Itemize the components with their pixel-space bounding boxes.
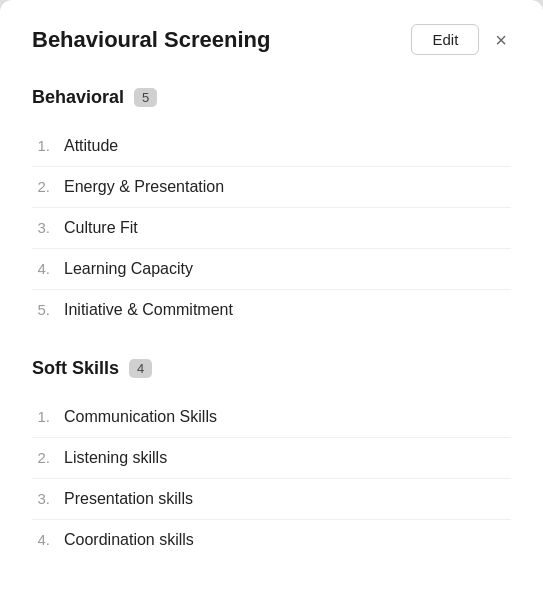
list-item: 3.Culture Fit <box>32 208 511 249</box>
list-item: 2.Energy & Presentation <box>32 167 511 208</box>
item-text: Initiative & Commitment <box>64 301 233 319</box>
modal-header: Behavioural Screening Edit × <box>32 24 511 55</box>
list-item: 5.Initiative & Commitment <box>32 290 511 330</box>
item-number: 1. <box>32 408 50 425</box>
item-number: 2. <box>32 449 50 466</box>
items-list-soft-skills: 1.Communication Skills2.Listening skills… <box>32 397 511 560</box>
header-actions: Edit × <box>411 24 511 55</box>
edit-button[interactable]: Edit <box>411 24 479 55</box>
item-number: 3. <box>32 219 50 236</box>
list-item: 1.Attitude <box>32 126 511 167</box>
modal-container: Behavioural Screening Edit × Behavioral5… <box>0 0 543 600</box>
item-text: Attitude <box>64 137 118 155</box>
list-item: 4.Coordination skills <box>32 520 511 560</box>
list-item: 4.Learning Capacity <box>32 249 511 290</box>
section-behavioral: Behavioral51.Attitude2.Energy & Presenta… <box>32 87 511 330</box>
item-number: 2. <box>32 178 50 195</box>
item-number: 3. <box>32 490 50 507</box>
item-text: Culture Fit <box>64 219 138 237</box>
section-badge-behavioral: 5 <box>134 88 157 107</box>
items-list-behavioral: 1.Attitude2.Energy & Presentation3.Cultu… <box>32 126 511 330</box>
section-title-soft-skills: Soft Skills <box>32 358 119 379</box>
list-item: 2.Listening skills <box>32 438 511 479</box>
item-text: Coordination skills <box>64 531 194 549</box>
item-text: Listening skills <box>64 449 167 467</box>
list-item: 1.Communication Skills <box>32 397 511 438</box>
section-header-behavioral: Behavioral5 <box>32 87 511 108</box>
list-item: 3.Presentation skills <box>32 479 511 520</box>
item-text: Presentation skills <box>64 490 193 508</box>
close-button[interactable]: × <box>491 28 511 52</box>
item-number: 4. <box>32 531 50 548</box>
section-soft-skills: Soft Skills41.Communication Skills2.List… <box>32 358 511 560</box>
section-badge-soft-skills: 4 <box>129 359 152 378</box>
sections-container: Behavioral51.Attitude2.Energy & Presenta… <box>32 87 511 560</box>
item-number: 1. <box>32 137 50 154</box>
item-number: 4. <box>32 260 50 277</box>
item-text: Energy & Presentation <box>64 178 224 196</box>
section-title-behavioral: Behavioral <box>32 87 124 108</box>
item-text: Communication Skills <box>64 408 217 426</box>
item-number: 5. <box>32 301 50 318</box>
item-text: Learning Capacity <box>64 260 193 278</box>
section-header-soft-skills: Soft Skills4 <box>32 358 511 379</box>
modal-title: Behavioural Screening <box>32 27 270 53</box>
